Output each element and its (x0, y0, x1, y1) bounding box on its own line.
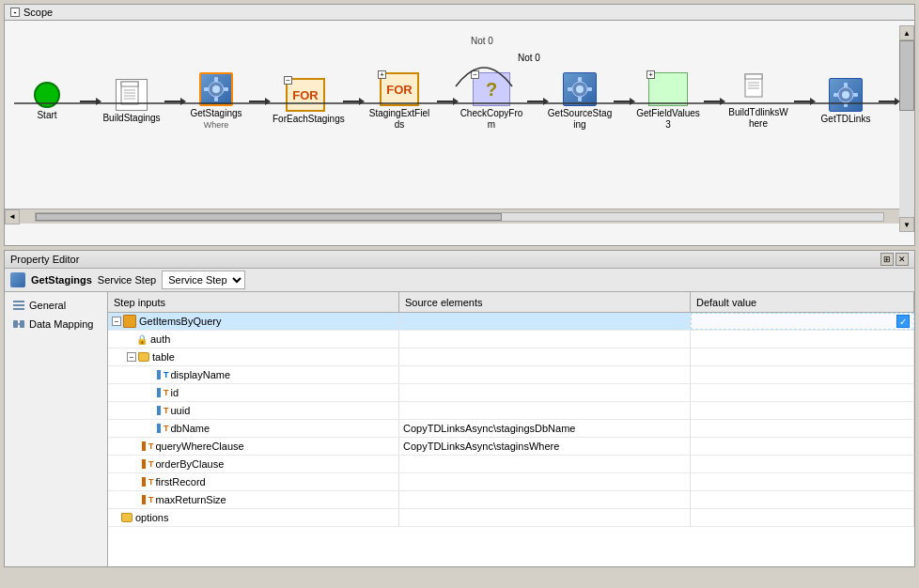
node-getSourceStaging-label: GetSourceStaging (548, 108, 612, 131)
T-icon-id: T (164, 388, 169, 397)
cell-default-getItemsByQuery: ✓ (691, 313, 914, 330)
svg-rect-27 (844, 83, 848, 87)
icon-getItemsByQuery (123, 315, 136, 328)
cell-source-orderByClause (399, 456, 691, 472)
label-firstRecord: firstRecord (156, 476, 206, 487)
cell-source-options (399, 509, 691, 526)
svg-point-15 (576, 85, 584, 93)
cell-source-uuid (399, 402, 691, 419)
pe-body: General Data Mapping Step inputs Source … (5, 292, 914, 566)
table-row[interactable]: T maxReturnSize (108, 491, 914, 509)
table-row[interactable]: − GetItemsByQuery ✓ (108, 313, 914, 331)
cell-source-dbName: CopyTDLinksAsync\stagingsDbName (399, 420, 691, 437)
T-icon-uuid: T (164, 406, 169, 415)
node-start[interactable]: Start (14, 82, 80, 121)
blue-check-icon[interactable]: ✓ (896, 315, 910, 328)
pe-table-body: − GetItemsByQuery ✓ (108, 313, 914, 566)
node-checkCopyFrom[interactable]: − ? CheckCopyFrom (456, 72, 527, 131)
sidebar-item-general[interactable]: General (5, 296, 107, 315)
node-forEachStagins-label: ForEachStagings (273, 114, 338, 125)
label-queryWhereClause: queryWhereClause (156, 441, 244, 452)
scroll-track-h[interactable] (35, 212, 884, 222)
label-maxReturnSize: maxReturnSize (156, 494, 226, 505)
svg-rect-12 (204, 87, 209, 91)
node-buildTdlinksWhere-label: BuildTdlinksWhere (728, 107, 787, 130)
cell-source-getItemsByQuery (399, 313, 691, 330)
scroll-up-btn[interactable]: ▲ (899, 25, 914, 40)
cell-label-options: options (108, 509, 399, 526)
node-getFieldValues3[interactable]: + GetFieldValues3 (632, 72, 704, 131)
table-row[interactable]: T dbName CopyTDLinksAsync\stagingsDbName (108, 420, 914, 438)
stagingExtFields-expand[interactable]: + (378, 70, 386, 79)
pe-main: Step inputs Source elements Default valu… (108, 292, 914, 566)
node-forEachStagins[interactable]: − FOR ForEachStagings (268, 78, 343, 125)
scroll-down-btn[interactable]: ▼ (899, 217, 914, 232)
param-icon-queryWhereClause: T (148, 441, 154, 451)
svg-rect-10 (214, 77, 218, 82)
pe-close-btn[interactable]: ✕ (896, 253, 909, 266)
label-displayName: displayName (171, 369, 231, 380)
node-getStagings[interactable]: GetStagings Where (183, 72, 249, 131)
param-icon-firstRecord: T (148, 477, 154, 487)
expand-table[interactable]: − (127, 352, 136, 362)
th-default-value: Default value (691, 292, 914, 312)
icon-dbName (157, 424, 161, 433)
node-buildTdlinksWhere[interactable]: BuildTdlinksWhere (723, 73, 794, 130)
getFieldValues3-expand[interactable]: + (646, 70, 655, 79)
checkCopyFrom-expand[interactable]: − (471, 70, 479, 79)
node-buildStagings[interactable]: BuildStagings (99, 79, 164, 124)
forEachStagins-expand[interactable]: − (284, 76, 292, 85)
pe-pin-btn[interactable]: ⊞ (880, 253, 894, 266)
table-row[interactable]: T firstRecord (108, 473, 914, 491)
cell-source-displayName (399, 366, 691, 383)
pe-step-type-select[interactable]: Service Step (162, 271, 245, 289)
cell-source-queryWhereClause: CopyTDLinksAsync\staginsWhere (399, 438, 691, 455)
scroll-left-btn[interactable]: ◄ (5, 209, 20, 224)
icon-table (138, 352, 149, 362)
v-scrollbar[interactable]: ▲ ▼ (899, 25, 914, 232)
h-scrollbar[interactable]: ◄ ► (5, 209, 914, 224)
node-checkCopyFrom-label: CheckCopyFrom (460, 108, 523, 131)
table-row[interactable]: T id (108, 384, 914, 402)
param-icon-orderByClause: T (148, 459, 154, 469)
svg-rect-32 (13, 304, 24, 306)
arrow-2 (164, 101, 183, 102)
scroll-thumb-v[interactable] (899, 40, 914, 111)
label-uuid: uuid (171, 405, 191, 416)
checkbox-getItemsByQuery[interactable]: ✓ (896, 315, 910, 328)
table-row[interactable]: 🔒 auth (108, 331, 914, 348)
scroll-track-v[interactable] (899, 40, 914, 217)
node-stagingExtFields[interactable]: + FOR StagingExtFields (362, 72, 437, 131)
table-row[interactable]: T uuid (108, 402, 914, 420)
data-mapping-icon (12, 317, 25, 331)
table-row[interactable]: T orderByClause (108, 456, 914, 473)
sidebar-item-data-mapping[interactable]: Data Mapping (5, 315, 107, 333)
workflow-canvas-area: - Scope Not 0 Start (4, 4, 915, 246)
svg-rect-35 (20, 320, 24, 328)
cell-default-orderByClause (691, 456, 914, 472)
label-getItemsByQuery: GetItemsByQuery (139, 316, 221, 327)
cell-label-getItemsByQuery: − GetItemsByQuery (108, 313, 399, 330)
cell-label-uuid: T uuid (108, 402, 399, 419)
table-row[interactable]: − table (108, 348, 914, 366)
table-row[interactable]: T queryWhereClause CopyTDLinksAsync\stag… (108, 438, 914, 456)
workflow-container: - Scope Not 0 Start (0, 4, 919, 246)
scroll-thumb-h[interactable] (36, 213, 502, 221)
expand-getItemsByQuery[interactable]: − (112, 317, 121, 326)
scope-expand-icon[interactable]: - (10, 8, 20, 17)
pe-step-type: Service Step (98, 274, 156, 286)
table-row[interactable]: options (108, 509, 914, 527)
pe-toolbar: GetStagings Service Step Service Step (5, 269, 914, 292)
cell-default-maxReturnSize (691, 491, 914, 508)
th-source-elements: Source elements (399, 292, 691, 312)
node-getTDLinks[interactable]: GetTDLinks (813, 78, 879, 125)
node-getSourceStaging[interactable]: GetSourceStaging (546, 72, 614, 131)
property-editor: Property Editor ⊞ ✕ GetStagings Service … (4, 250, 915, 567)
arrow-4 (343, 101, 362, 102)
cell-source-id (399, 384, 691, 401)
icon-id (157, 388, 161, 397)
node-getFieldValues3-label: GetFieldValues3 (636, 108, 700, 131)
table-row[interactable]: T displayName (108, 366, 914, 384)
cell-label-queryWhereClause: T queryWhereClause (108, 438, 399, 455)
T-icon-displayName: T (164, 370, 169, 379)
